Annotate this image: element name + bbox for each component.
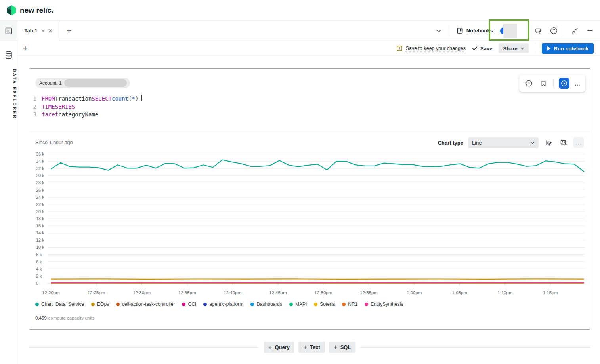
new-tab-button[interactable]: + [59, 21, 78, 41]
user-avatar-area[interactable] [500, 24, 522, 38]
share-label: Share [503, 46, 517, 51]
feedback-icon[interactable] [534, 26, 543, 36]
chevron-down-icon [530, 141, 535, 145]
legend-dot-icon [289, 303, 293, 306]
save-button[interactable]: Save [472, 46, 492, 51]
tab-1[interactable]: Tab 1 [17, 21, 59, 41]
chart-type-value: Line [472, 140, 482, 146]
legend-item[interactable]: Dashboards [250, 301, 282, 307]
code-line[interactable]: 2TIMESERIES [29, 103, 590, 111]
save-warning-text: Save to keep your changes [406, 46, 466, 51]
y-axis-label: 10 k [36, 245, 44, 250]
terminal-rail-button[interactable] [0, 21, 17, 41]
legend-item[interactable]: agentic-platform [203, 301, 243, 307]
y-axis-label: 22 k [36, 202, 44, 207]
legend-item[interactable]: EOps [91, 301, 109, 307]
series-line-EOps[interactable] [51, 279, 584, 279]
share-button[interactable]: Share [499, 43, 528, 53]
x-axis-label: 12:25pm [88, 290, 105, 295]
timeseries-chart[interactable]: 02 k4 k6 k8 k10 k12 k14 k16 k18 k20 k22 … [35, 150, 585, 297]
run-notebook-button[interactable]: Run notebook [542, 43, 594, 54]
data-explorer-label[interactable]: DATA EXPLORER [0, 69, 17, 119]
legend-item[interactable]: Soteria [314, 301, 335, 307]
code-line[interactable]: 3facet categoryName [29, 111, 590, 118]
tab-bar: Tab 1 + Notebooks [17, 21, 600, 41]
terminal-icon [5, 27, 13, 35]
chart-more-options-icon: … [573, 137, 584, 148]
notebook-icon [457, 27, 463, 34]
y-axis-label: 30 k [36, 173, 44, 178]
legend-label: Soteria [320, 301, 335, 307]
add-text-button[interactable]: +Text [298, 342, 325, 353]
add-to-dashboard-icon[interactable] [558, 137, 569, 148]
collapse-window-icon[interactable] [570, 26, 579, 36]
edit-chart-icon[interactable] [543, 137, 554, 148]
help-icon[interactable] [549, 26, 558, 36]
y-axis-label: 0 [36, 281, 38, 286]
run-cell-button[interactable] [559, 78, 569, 89]
legend-item[interactable]: CCI [182, 301, 196, 307]
code-line[interactable]: 1FROM Transaction SELECT count(*) [29, 95, 590, 103]
legend-label: EOps [97, 301, 109, 307]
new-relic-logo[interactable]: new relic. [6, 5, 54, 15]
tab-close-icon[interactable] [48, 29, 52, 33]
bookmark-icon[interactable] [539, 79, 548, 88]
minimize-icon[interactable] [585, 26, 594, 36]
y-axis-label: 24 k [36, 195, 44, 200]
plus-icon: + [303, 344, 307, 351]
redaction-box [503, 24, 517, 38]
legend-item[interactable]: NR1 [342, 301, 357, 307]
x-axis-label: 1:10pm [497, 290, 512, 295]
divider [528, 26, 528, 36]
legend-label: EntitySynthesis [371, 301, 403, 307]
legend-item[interactable]: Chart_Data_Service [35, 301, 84, 307]
add-cell-top-button[interactable]: + [23, 44, 28, 53]
save-warning[interactable]: Save to keep your changes [396, 45, 466, 51]
y-axis-label: 12 k [36, 238, 44, 242]
left-rail: DATA EXPLORER [0, 21, 17, 364]
y-axis-label: 28 k [36, 180, 44, 185]
y-axis-label: 26 k [36, 188, 44, 192]
divider [553, 80, 554, 88]
data-explorer-rail-button[interactable] [0, 46, 17, 65]
run-cell-play-icon [561, 80, 568, 87]
run-notebook-label: Run notebook [554, 46, 589, 51]
add-query-button[interactable]: +Query [264, 342, 295, 353]
code-token: FROM [42, 95, 55, 103]
chart-svg[interactable]: 02 k4 k6 k8 k10 k12 k14 k16 k18 k20 k22 … [35, 150, 585, 297]
legend-item[interactable]: MAPI [289, 301, 307, 307]
ccu-value: 0.459 [35, 316, 47, 320]
cell-more-options-icon[interactable]: … [575, 80, 581, 87]
x-axis-label: 1:00pm [407, 290, 422, 295]
add-text-label: Text [310, 344, 320, 350]
code-token: ) [135, 95, 138, 103]
ccu-footer: 0.459compute capacity units [35, 316, 95, 320]
line-number: 3 [29, 111, 42, 118]
top-header: new relic. [0, 0, 600, 21]
legend-item[interactable]: EntitySynthesis [365, 301, 403, 307]
x-axis-label: 12:40pm [224, 290, 241, 295]
legend-dot-icon [203, 303, 207, 306]
notebooks-button[interactable]: Notebooks [455, 25, 495, 36]
legend-label: NR1 [348, 301, 357, 307]
account-pill[interactable]: Account: 1 [35, 78, 130, 88]
y-axis-label: 8 k [36, 252, 42, 257]
chart-legend: Chart_Data_ServiceEOpscell-action-task-c… [35, 301, 584, 307]
legend-item[interactable]: cell-action-task-controller [116, 301, 175, 307]
legend-dot-icon [365, 303, 368, 306]
chart-type-select[interactable]: Line [468, 137, 539, 148]
database-icon [5, 51, 13, 60]
code-token: TIMESERIES [42, 103, 75, 111]
save-label: Save [480, 46, 492, 51]
history-clock-icon[interactable] [524, 79, 533, 88]
collapse-panel-chevron-icon[interactable] [434, 26, 443, 36]
nrql-editor[interactable]: 1FROM Transaction SELECT count(*)2TIMESE… [29, 95, 590, 118]
legend-dot-icon [35, 303, 39, 306]
add-cell-row: +Query +Text +SQL [29, 342, 590, 353]
series-line-Chart_Data_Service[interactable] [51, 160, 584, 172]
code-token: categoryName [58, 111, 98, 118]
add-sql-button[interactable]: +SQL [329, 342, 356, 353]
cell-toolbar: … [519, 75, 585, 92]
tab-chevron-down-icon[interactable] [41, 29, 45, 33]
code-token: count [112, 95, 128, 103]
